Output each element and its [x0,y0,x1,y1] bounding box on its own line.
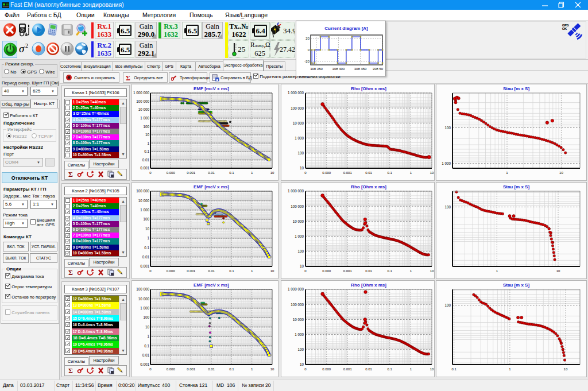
svg-text:100 000: 100 000 [136,287,149,291]
svg-text:1 000: 1 000 [295,234,304,238]
svg-text:Rho [Ohm x ms]: Rho [Ohm x ms] [351,184,386,189]
svg-text:27.42: 27.42 [280,45,295,53]
svg-text:0.1: 0.1 [388,171,393,175]
svg-text:0.1: 0.1 [229,269,234,273]
svg-text:100 000: 100 000 [136,99,149,103]
svg-text:Σ: Σ [68,171,73,179]
svg-text:EMF [mcV x ms]: EMF [mcV x ms] [194,184,229,189]
svg-text:Rho [Ohm x ms]: Rho [Ohm x ms] [351,86,386,91]
svg-text:100: 100 [143,315,149,319]
svg-text:0.1: 0.1 [144,344,149,348]
svg-text:Σ: Σ [126,74,130,81]
svg-text:10 000: 10 000 [138,107,150,111]
svg-text:0.001: 0.001 [343,367,353,371]
svg-text:Stau [m x S]: Stau [m x S] [503,184,530,189]
svg-text:10: 10 [145,227,150,231]
svg-text:308 450: 308 450 [354,67,367,71]
svg-text:0.001: 0.001 [140,166,149,170]
svg-text:0.1: 0.1 [229,367,234,371]
svg-text:100: 100 [297,249,304,253]
svg-text:0.000: 0.000 [322,171,331,175]
svg-text:100: 100 [444,126,451,130]
svg-text:0.01: 0.01 [208,171,215,175]
svg-text:1 000 000: 1 000 000 [288,287,304,291]
svg-text:1 000 000: 1 000 000 [133,91,150,95]
svg-text:10: 10 [300,166,304,170]
svg-text:100: 100 [143,125,149,129]
svg-text:0.01: 0.01 [142,158,150,162]
svg-text:0.001: 0.001 [187,367,196,371]
svg-text:0.000: 0.000 [167,367,176,371]
svg-text:1 000: 1 000 [295,136,304,140]
svg-text:10: 10 [564,367,568,371]
svg-text:1 000 000: 1 000 000 [288,189,304,193]
svg-text:Σ: Σ [68,269,73,277]
svg-text:10: 10 [145,133,150,137]
svg-text:EMF [mcV x ms]: EMF [mcV x ms] [194,86,229,91]
svg-text:0.1: 0.1 [388,367,393,371]
svg-text:Stau [m x S]: Stau [m x S] [503,86,530,91]
svg-text:100 000: 100 000 [291,204,304,208]
svg-text:0.1: 0.1 [144,149,149,153]
svg-text:0.1: 0.1 [452,367,457,371]
svg-text:10: 10 [270,171,274,175]
svg-text:EMF [mcV x ms]: EMF [mcV x ms] [194,282,229,288]
svg-text:0.01: 0.01 [365,171,372,175]
svg-text:Σ: Σ [68,367,73,375]
svg-text:0.001: 0.001 [343,269,353,273]
svg-text:308 400: 308 400 [332,67,345,71]
svg-text:0.01: 0.01 [365,367,372,371]
svg-text:0.01: 0.01 [142,255,150,259]
svg-text:10: 10 [270,367,274,371]
svg-text:10: 10 [430,367,434,371]
svg-text:25: 25 [238,45,246,53]
svg-text:0.001: 0.001 [343,171,353,175]
svg-text:10 000: 10 000 [293,121,304,125]
svg-text:0.000: 0.000 [167,269,176,273]
svg-text:10: 10 [300,264,304,268]
svg-text:20: 20 [305,37,310,40]
svg-text:0.1: 0.1 [388,269,393,273]
svg-text:10: 10 [556,269,560,273]
svg-text:308 50: 308 50 [373,67,384,71]
svg-text:308 350: 308 350 [310,67,323,71]
svg-text:100: 100 [297,151,304,155]
svg-text:σ: σ [19,42,25,55]
svg-text:100 000: 100 000 [136,189,149,193]
svg-text:10 000: 10 000 [138,199,150,203]
svg-text:0.1: 0.1 [144,246,149,250]
svg-text:0.000: 0.000 [322,269,331,273]
svg-text:Stau [m x S]: Stau [m x S] [503,282,530,288]
svg-text:0.001: 0.001 [140,362,149,366]
svg-text:0.001: 0.001 [187,269,196,273]
svg-text:100: 100 [444,303,451,307]
svg-text:100 000: 100 000 [291,303,304,307]
svg-text:1: 1 [147,141,149,145]
svg-text:10: 10 [145,325,150,329]
svg-text:0.000: 0.000 [167,171,176,175]
svg-text:0: 0 [308,48,310,52]
svg-text:10 000: 10 000 [138,297,150,301]
svg-text:0.000: 0.000 [322,367,331,371]
svg-text:10 000: 10 000 [293,318,304,322]
svg-text:10: 10 [559,171,563,175]
svg-text:10: 10 [430,171,434,175]
svg-text:1: 1 [147,334,149,338]
svg-text:1 000: 1 000 [140,116,149,120]
svg-text:34.9: 34.9 [283,26,295,35]
svg-text:0.01: 0.01 [208,269,215,273]
svg-text:1 000 000: 1 000 000 [288,91,304,95]
svg-text:10: 10 [430,269,434,273]
svg-text:1 000: 1 000 [442,161,451,165]
svg-text:0.01: 0.01 [142,353,150,357]
svg-text:0.01: 0.01 [365,269,372,273]
svg-text:2: 2 [25,42,28,49]
svg-text:0.1: 0.1 [229,171,234,175]
svg-text:10 000: 10 000 [293,219,304,223]
svg-text:100: 100 [297,347,304,351]
svg-text:Rho [Ohm x ms]: Rho [Ohm x ms] [351,282,386,288]
svg-text:0.01: 0.01 [208,367,215,371]
svg-text:100: 100 [143,217,149,221]
svg-text:0.001: 0.001 [187,171,196,175]
svg-text:1 000: 1 000 [295,332,304,336]
